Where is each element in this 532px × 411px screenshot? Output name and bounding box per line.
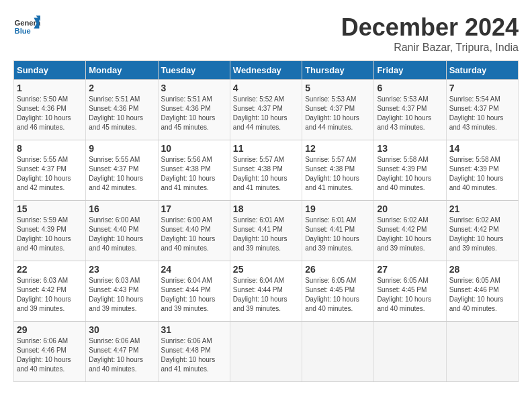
day-number: 25: [233, 264, 299, 275]
calendar-day-cell: 22 Sunrise: 6:03 AM Sunset: 4:42 PM Dayl…: [14, 261, 86, 322]
calendar-day-cell: [446, 322, 518, 382]
header-monday: Monday: [86, 61, 158, 80]
day-number: 21: [449, 203, 515, 214]
day-number: 1: [17, 83, 83, 93]
calendar-day-cell: 30 Sunrise: 6:06 AM Sunset: 4:47 PM Dayl…: [86, 322, 158, 382]
logo-icon: General Blue: [13, 13, 40, 40]
calendar-day-cell: 9 Sunrise: 5:55 AM Sunset: 4:37 PM Dayli…: [86, 140, 158, 201]
calendar-week-row: 22 Sunrise: 6:03 AM Sunset: 4:42 PM Dayl…: [14, 261, 519, 322]
day-info: Sunrise: 6:06 AM Sunset: 4:46 PM Dayligh…: [17, 336, 83, 374]
day-info: Sunrise: 5:59 AM Sunset: 4:39 PM Dayligh…: [17, 216, 83, 253]
day-number: 3: [161, 83, 227, 93]
calendar-day-cell: 17 Sunrise: 6:00 AM Sunset: 4:40 PM Dayl…: [158, 201, 230, 261]
calendar-day-cell: 11 Sunrise: 5:57 AM Sunset: 4:38 PM Dayl…: [230, 140, 302, 201]
day-number: 26: [305, 264, 371, 275]
calendar-week-row: 15 Sunrise: 5:59 AM Sunset: 4:39 PM Dayl…: [14, 201, 519, 261]
calendar-day-cell: 10 Sunrise: 5:56 AM Sunset: 4:38 PM Dayl…: [158, 140, 230, 201]
day-number: 7: [449, 83, 515, 93]
day-number: 14: [449, 143, 515, 154]
header-friday: Friday: [374, 61, 446, 80]
day-number: 23: [89, 264, 154, 275]
location-title: Ranir Bazar, Tripura, India: [341, 42, 519, 54]
calendar-day-cell: 14 Sunrise: 5:58 AM Sunset: 4:39 PM Dayl…: [446, 140, 518, 201]
day-info: Sunrise: 5:50 AM Sunset: 4:36 PM Dayligh…: [17, 95, 83, 132]
month-title: December 2024: [341, 13, 519, 42]
day-info: Sunrise: 5:53 AM Sunset: 4:37 PM Dayligh…: [377, 95, 443, 132]
day-info: Sunrise: 6:02 AM Sunset: 4:42 PM Dayligh…: [377, 216, 443, 253]
calendar-day-cell: [302, 322, 374, 382]
day-number: 16: [89, 203, 154, 214]
calendar-week-row: 8 Sunrise: 5:55 AM Sunset: 4:37 PM Dayli…: [14, 140, 519, 201]
day-number: 5: [305, 83, 371, 93]
day-number: 20: [377, 203, 443, 214]
calendar-day-cell: 2 Sunrise: 5:51 AM Sunset: 4:36 PM Dayli…: [86, 80, 158, 140]
calendar-day-cell: 3 Sunrise: 5:51 AM Sunset: 4:36 PM Dayli…: [158, 80, 230, 140]
day-info: Sunrise: 6:05 AM Sunset: 4:45 PM Dayligh…: [377, 276, 443, 314]
day-info: Sunrise: 6:06 AM Sunset: 4:47 PM Dayligh…: [89, 336, 154, 374]
day-info: Sunrise: 6:00 AM Sunset: 4:40 PM Dayligh…: [89, 216, 154, 253]
calendar-week-row: 29 Sunrise: 6:06 AM Sunset: 4:46 PM Dayl…: [14, 322, 519, 382]
calendar-day-cell: 20 Sunrise: 6:02 AM Sunset: 4:42 PM Dayl…: [374, 201, 446, 261]
calendar-day-cell: 4 Sunrise: 5:52 AM Sunset: 4:37 PM Dayli…: [230, 80, 302, 140]
day-number: 9: [89, 143, 154, 154]
day-number: 8: [17, 143, 83, 154]
calendar-day-cell: 24 Sunrise: 6:04 AM Sunset: 4:44 PM Dayl…: [158, 261, 230, 322]
day-info: Sunrise: 5:56 AM Sunset: 4:38 PM Dayligh…: [161, 155, 227, 193]
day-number: 22: [17, 264, 83, 275]
day-info: Sunrise: 6:03 AM Sunset: 4:43 PM Dayligh…: [89, 276, 154, 314]
calendar-day-cell: 27 Sunrise: 6:05 AM Sunset: 4:45 PM Dayl…: [374, 261, 446, 322]
day-number: 18: [233, 203, 299, 214]
day-info: Sunrise: 5:58 AM Sunset: 4:39 PM Dayligh…: [449, 155, 515, 193]
header-tuesday: Tuesday: [158, 61, 230, 80]
svg-text:Blue: Blue: [15, 27, 31, 35]
calendar-table: Sunday Monday Tuesday Wednesday Thursday…: [13, 60, 519, 382]
day-number: 24: [161, 264, 227, 275]
day-number: 29: [17, 324, 83, 335]
day-info: Sunrise: 5:52 AM Sunset: 4:37 PM Dayligh…: [233, 95, 299, 132]
calendar-day-cell: [230, 322, 302, 382]
day-number: 2: [89, 83, 154, 93]
day-info: Sunrise: 6:06 AM Sunset: 4:48 PM Dayligh…: [161, 336, 227, 374]
calendar-day-cell: 18 Sunrise: 6:01 AM Sunset: 4:41 PM Dayl…: [230, 201, 302, 261]
calendar-week-row: 1 Sunrise: 5:50 AM Sunset: 4:36 PM Dayli…: [14, 80, 519, 140]
day-info: Sunrise: 6:04 AM Sunset: 4:44 PM Dayligh…: [233, 276, 299, 314]
day-info: Sunrise: 6:03 AM Sunset: 4:42 PM Dayligh…: [17, 276, 83, 314]
day-info: Sunrise: 6:05 AM Sunset: 4:45 PM Dayligh…: [305, 276, 371, 314]
day-info: Sunrise: 5:51 AM Sunset: 4:36 PM Dayligh…: [161, 95, 227, 132]
calendar-day-cell: [374, 322, 446, 382]
day-number: 15: [17, 203, 83, 214]
calendar-day-cell: 1 Sunrise: 5:50 AM Sunset: 4:36 PM Dayli…: [14, 80, 86, 140]
day-number: 6: [377, 83, 443, 93]
calendar-day-cell: 15 Sunrise: 5:59 AM Sunset: 4:39 PM Dayl…: [14, 201, 86, 261]
header-saturday: Saturday: [446, 61, 518, 80]
day-number: 17: [161, 203, 227, 214]
day-number: 19: [305, 203, 371, 214]
calendar-day-cell: 8 Sunrise: 5:55 AM Sunset: 4:37 PM Dayli…: [14, 140, 86, 201]
day-info: Sunrise: 5:53 AM Sunset: 4:37 PM Dayligh…: [305, 95, 371, 132]
logo: General Blue: [13, 13, 43, 40]
day-number: 27: [377, 264, 443, 275]
calendar-day-cell: 21 Sunrise: 6:02 AM Sunset: 4:42 PM Dayl…: [446, 201, 518, 261]
calendar-day-cell: 6 Sunrise: 5:53 AM Sunset: 4:37 PM Dayli…: [374, 80, 446, 140]
day-info: Sunrise: 6:00 AM Sunset: 4:40 PM Dayligh…: [161, 216, 227, 253]
day-info: Sunrise: 6:05 AM Sunset: 4:46 PM Dayligh…: [449, 276, 515, 314]
day-info: Sunrise: 5:51 AM Sunset: 4:36 PM Dayligh…: [89, 95, 154, 132]
header-sunday: Sunday: [14, 61, 86, 80]
calendar-day-cell: 28 Sunrise: 6:05 AM Sunset: 4:46 PM Dayl…: [446, 261, 518, 322]
day-info: Sunrise: 5:55 AM Sunset: 4:37 PM Dayligh…: [89, 155, 154, 193]
day-info: Sunrise: 5:57 AM Sunset: 4:38 PM Dayligh…: [305, 155, 371, 193]
day-number: 31: [161, 324, 227, 335]
day-number: 4: [233, 83, 299, 93]
day-info: Sunrise: 6:04 AM Sunset: 4:44 PM Dayligh…: [161, 276, 227, 314]
day-number: 11: [233, 143, 299, 154]
calendar-day-cell: 13 Sunrise: 5:58 AM Sunset: 4:39 PM Dayl…: [374, 140, 446, 201]
day-info: Sunrise: 6:02 AM Sunset: 4:42 PM Dayligh…: [449, 216, 515, 253]
calendar-day-cell: 19 Sunrise: 6:01 AM Sunset: 4:41 PM Dayl…: [302, 201, 374, 261]
day-number: 30: [89, 324, 154, 335]
day-number: 10: [161, 143, 227, 154]
day-info: Sunrise: 6:01 AM Sunset: 4:41 PM Dayligh…: [233, 216, 299, 253]
day-info: Sunrise: 5:57 AM Sunset: 4:38 PM Dayligh…: [233, 155, 299, 193]
day-info: Sunrise: 5:55 AM Sunset: 4:37 PM Dayligh…: [17, 155, 83, 193]
calendar-day-cell: 5 Sunrise: 5:53 AM Sunset: 4:37 PM Dayli…: [302, 80, 374, 140]
day-info: Sunrise: 6:01 AM Sunset: 4:41 PM Dayligh…: [305, 216, 371, 253]
